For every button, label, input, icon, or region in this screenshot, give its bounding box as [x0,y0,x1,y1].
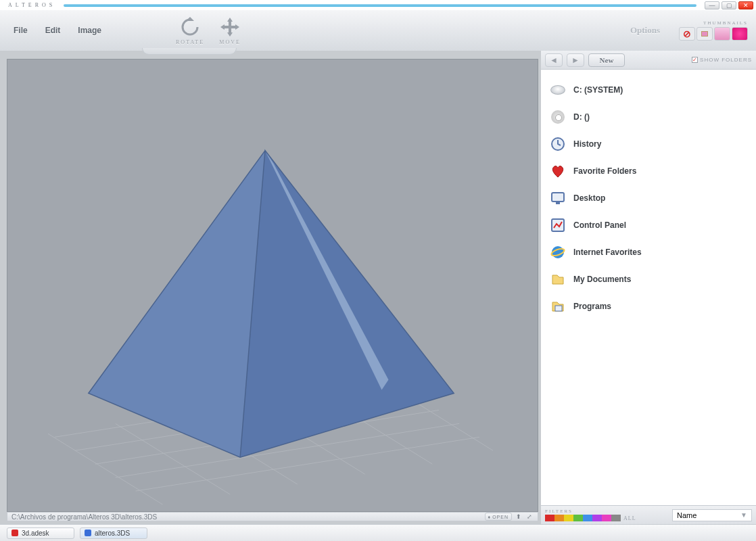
small-tile-icon [701,31,708,37]
folder-item-ie[interactable]: Internet Favorites [541,239,756,266]
taskbar: 3d.adeskalteros.3DS [0,524,756,541]
cpanel-icon [549,216,567,234]
thumbnail-controls: THUMBNAILS ⊘ [679,20,748,41]
titlebar: ALTEROS — ▢ ✕ [0,0,756,10]
viewport-area: C:\Archivos de programa\Alteros 3D\alter… [0,51,541,524]
toolbar: File Edit Image ROTATE MOVE Options THUM… [0,10,756,51]
folder-item-desktop[interactable]: Desktop [541,185,756,212]
desktop-icon [549,189,567,207]
show-folders-toggle[interactable]: ✓ SHOW FOLDERS [692,57,752,63]
filter-color-bar[interactable] [545,515,621,521]
move-icon [219,16,241,38]
svg-marker-2 [227,32,233,37]
side-panel-toolbar: ◄ ► New ✓ SHOW FOLDERS [541,51,756,70]
open-label: OPEN [492,515,509,519]
new-button[interactable]: New [588,53,625,67]
folder-tree: C: (SYSTEM)D: ()HistoryFavorite FoldersD… [541,70,756,505]
folder-item-heart[interactable]: Favorite Folders [541,158,756,185]
minimize-button[interactable]: — [705,1,719,9]
viewport-status-bar: C:\Archivos de programa\Alteros 3D\alter… [7,512,538,521]
menu-edit[interactable]: Edit [45,26,61,35]
history-icon [549,135,567,153]
sort-select[interactable]: Name ▼ [672,509,752,521]
taskbar-item[interactable]: 3d.adesk [7,527,74,539]
thumbnail-none-button[interactable]: ⊘ [679,27,695,41]
folder-item-label: Internet Favorites [573,248,642,257]
drive-icon [549,81,567,99]
ie-icon [549,243,567,261]
rotate-icon [179,16,201,38]
svg-rect-6 [225,26,235,28]
show-folders-label: SHOW FOLDERS [700,57,752,63]
folder-item-docs[interactable]: My Documents [541,266,756,293]
folder-item-label: Favorite Folders [573,166,636,176]
maximize-button[interactable]: ▢ [722,1,736,9]
svg-rect-27 [555,306,562,311]
app-title: ALTEROS [8,3,55,8]
svg-point-25 [552,246,564,258]
taskbar-item-label: 3d.adesk [22,530,49,537]
close-button[interactable]: ✕ [738,1,753,9]
taskbar-item[interactable]: alteros.3DS [80,527,147,539]
folder-item-label: Programs [573,302,611,311]
svg-line-12 [48,433,162,504]
heart-icon [549,162,567,180]
filter-all-label[interactable]: ALL [623,515,636,521]
chevron-down-icon: ▼ [740,511,747,519]
side-panel: ◄ ► New ✓ SHOW FOLDERS C: (SYSTEM)D: ()H… [541,51,756,524]
move-label: MOVE [219,39,241,45]
folder-item-history[interactable]: History [541,131,756,158]
svg-marker-4 [235,24,239,30]
folder-item-progs[interactable]: Programs [541,293,756,320]
viewport-expand-button[interactable]: ⤢ [525,513,534,521]
svg-marker-3 [220,24,225,30]
file-type-icon [11,530,18,536]
checkbox-icon: ✓ [692,57,698,63]
folder-item-label: D: () [573,112,590,122]
thumbnail-small-button[interactable] [696,27,713,41]
svg-marker-18 [89,151,265,458]
rotate-label: ROTATE [176,39,204,45]
3d-viewport[interactable] [7,59,538,512]
file-type-icon [85,530,91,536]
toolbar-curve [142,48,237,55]
svg-marker-1 [227,18,233,22]
progs-icon [549,298,567,315]
thumbnails-header: THUMBNAILS [703,20,748,26]
nav-back-button[interactable]: ◄ [545,53,563,67]
folder-item-label: C: (SYSTEM) [573,85,623,95]
folder-item-drive[interactable]: C: (SYSTEM) [541,76,756,103]
thumbnail-large-button[interactable] [732,27,748,41]
folder-item-label: Desktop [573,193,605,203]
open-file-button[interactable]: ♦ OPEN [485,513,512,521]
options-button[interactable]: Options [630,25,660,36]
cancel-icon: ⊘ [683,28,691,39]
thumbnail-medium-button[interactable] [714,27,730,41]
file-path: C:\Archivos de programa\Alteros 3D\alter… [11,513,157,521]
folder-item-label: My Documents [573,275,631,284]
menu-image[interactable]: Image [78,26,101,35]
disc-icon [549,108,567,126]
svg-rect-22 [552,193,564,202]
filters-label: FILTERS [545,509,636,514]
svg-marker-0 [186,17,194,21]
side-panel-footer: FILTERS ALL Name ▼ [541,505,756,524]
svg-line-11 [136,437,479,491]
sort-value: Name [677,511,696,519]
docs-icon [549,270,567,288]
taskbar-item-label: alteros.3DS [95,530,130,537]
folder-item-label: Control Panel [573,220,626,230]
nav-forward-button[interactable]: ► [567,53,584,67]
rotate-tool[interactable]: ROTATE [176,16,204,45]
folder-item-cpanel[interactable]: Control Panel [541,212,756,239]
folder-item-label: History [573,139,601,149]
move-tool[interactable]: MOVE [219,16,241,45]
titlebar-decoration [64,4,696,7]
svg-rect-23 [556,202,560,204]
folder-item-disc[interactable]: D: () [541,103,756,131]
menu-file[interactable]: File [14,26,28,35]
viewport-up-button[interactable]: ⬆ [515,513,523,521]
